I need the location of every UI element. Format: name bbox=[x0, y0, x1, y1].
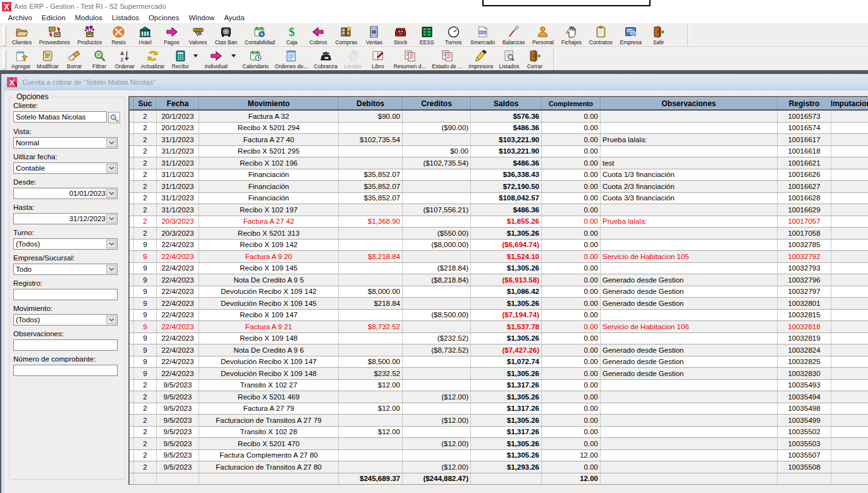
grid-row[interactable]: 29/5/2023Factura A 27 79$12.00$1,317.260… bbox=[130, 403, 868, 415]
toolbar-button-recibo[interactable]: Recibo bbox=[168, 48, 193, 71]
grid-row[interactable]: 922/4/2023Factura A 9 21$8,732.52$1,537.… bbox=[130, 321, 868, 333]
toolbar-button-contabilidad[interactable]: Contabilidad bbox=[241, 24, 279, 47]
grid-row[interactable]: 922/4/2023Devolución Recibo X 109 147$8,… bbox=[130, 356, 868, 368]
column-header-suc[interactable]: Suc bbox=[134, 97, 157, 109]
toolbar-button-ventas[interactable]: Ventas bbox=[361, 24, 388, 47]
grid-row[interactable]: 922/4/2023Recibo X 109 147($8,500.00)($7… bbox=[130, 310, 868, 322]
grid-row[interactable]: 922/4/2023Devolución Recibo X 109 145$21… bbox=[130, 298, 868, 310]
toolbar-button-valores[interactable]: Valores bbox=[185, 24, 211, 47]
toolbar-button-libro[interactable]: Libro bbox=[365, 48, 391, 71]
toolbar-button-ordenes[interactable]: Ordenes de... bbox=[272, 48, 311, 71]
grid-row[interactable]: 231/1/2023Financiación$35,852.07$108,042… bbox=[130, 193, 868, 205]
toolbar-button-agregar[interactable]: Agregar bbox=[8, 48, 34, 71]
grid-row[interactable]: 29/5/2023Transito X 102 27$12.00$1,317.2… bbox=[130, 380, 868, 392]
column-header-movimiento[interactable]: Movimiento bbox=[199, 97, 339, 109]
toolbar-button-cobranza[interactable]: Cobranza bbox=[311, 48, 341, 71]
toolbar-dropdown-recibo[interactable] bbox=[193, 48, 202, 71]
column-header-imputaciones[interactable]: Imputaciones bbox=[831, 97, 868, 109]
column-header-debitos[interactable]: Debitos bbox=[339, 97, 403, 109]
toolbar-button-productos[interactable]: Productos bbox=[73, 24, 105, 47]
grid-row[interactable]: 231/1/2023Factura A 27 40$102,735.54$103… bbox=[130, 134, 868, 146]
grid-row[interactable]: 231/1/2023Financiación$35,852.07$72,190.… bbox=[130, 181, 868, 193]
column-header-saldos[interactable]: Saldos bbox=[471, 97, 542, 109]
menu-ayuda[interactable]: Ayuda bbox=[219, 13, 249, 22]
empresa_sucursal-select[interactable]: Todo bbox=[13, 264, 118, 275]
toolbar-button-filtrar[interactable]: Filtrar bbox=[87, 48, 112, 71]
toolbar-button-ctas-ban[interactable]: Ctas Ban bbox=[211, 24, 241, 47]
grid-row[interactable]: 922/4/2023Recibo X 109 148($232.52)$1,30… bbox=[130, 333, 868, 345]
menu-listados[interactable]: Listados bbox=[107, 13, 144, 22]
vista-dropdown-button[interactable] bbox=[106, 138, 116, 147]
toolbar-gripper[interactable] bbox=[3, 49, 6, 70]
movimiento-select[interactable]: (Todos) bbox=[13, 314, 118, 326]
toolbar-button-balanzas[interactable]: Balanzas bbox=[499, 24, 529, 47]
hasta-dropdown-button[interactable] bbox=[106, 214, 116, 223]
empresa_sucursal-dropdown-button[interactable] bbox=[106, 265, 116, 274]
toolbar-dropdown-individual[interactable] bbox=[231, 48, 240, 71]
menu-window[interactable]: Window bbox=[184, 13, 219, 22]
toolbar-button-hotel[interactable]: Hotel bbox=[132, 24, 159, 47]
grid-row[interactable]: 231/1/2023Recibo X 102 196($102,735.54)$… bbox=[130, 157, 868, 169]
toolbar-gripper[interactable] bbox=[3, 25, 6, 46]
hasta-date-input[interactable]: 31/12/2023 bbox=[13, 213, 118, 224]
grid-row[interactable]: 922/4/2023Nota De Credito A 9 5($8,218.8… bbox=[130, 274, 868, 286]
column-header-observaciones[interactable]: Observaciones bbox=[601, 97, 778, 109]
toolbar-button-cerrar[interactable]: Cerrar bbox=[522, 48, 547, 71]
toolbar-button-caja[interactable]: $Caja bbox=[279, 24, 305, 47]
toolbar-button-impresora[interactable]: Impresora bbox=[465, 48, 496, 71]
column-header-registro[interactable]: Registro bbox=[778, 97, 831, 109]
grid-row[interactable]: 29/5/2023Facturacion de Transitos A 27 8… bbox=[130, 461, 868, 473]
toolbar-button-proveedores[interactable]: Proveedores bbox=[35, 24, 74, 47]
numero_comprobante-input[interactable] bbox=[13, 365, 118, 376]
toolbar-button-smercado[interactable]: 010Smercado bbox=[467, 24, 499, 47]
cliente-search-button[interactable] bbox=[108, 112, 120, 123]
grid-row[interactable]: 231/1/2023Recibo X 5201 295$0.00$103,221… bbox=[130, 146, 868, 158]
grid-row[interactable]: 29/5/2023Factura Complemento A 27 80$1,3… bbox=[130, 450, 868, 462]
toolbar-button-calendario[interactable]: Calendario bbox=[240, 48, 272, 71]
desde-dropdown-button[interactable] bbox=[106, 189, 116, 198]
grid-row[interactable]: 29/5/2023Recibo X 5201 469($12.00)$1,305… bbox=[130, 391, 868, 403]
grid-row[interactable]: 220/3/2023Factura A 27 42$1,368.90$1,855… bbox=[130, 216, 868, 228]
toolbar-button-clientes[interactable]: Clientes bbox=[8, 24, 35, 47]
grid-row[interactable]: 922/4/2023Devolución Recibo X 109 142$8,… bbox=[130, 286, 868, 298]
utilizar_fecha-dropdown-button[interactable] bbox=[106, 164, 116, 173]
grid-row[interactable]: 922/4/2023Recibo X 109 142($8,000.00)($6… bbox=[130, 240, 868, 252]
toolbar-button-compras[interactable]: Compras bbox=[331, 24, 361, 47]
grid-row[interactable]: 220/1/2023Factura A 32$90.00$576.360.001… bbox=[130, 111, 868, 123]
toolbar-button-salir[interactable]: Salir bbox=[645, 24, 672, 47]
grid-row[interactable]: 29/5/2023Recibo X 5201 470($12.00)$1,305… bbox=[130, 438, 868, 450]
toolbar-button-eess[interactable]: EESS bbox=[413, 24, 440, 47]
grid-row[interactable]: 922/4/2023Devolución Recibo X 109 148$23… bbox=[130, 368, 868, 380]
column-header-fecha[interactable]: Fecha bbox=[157, 97, 199, 109]
grid-row[interactable]: 922/4/2023Factura A 9 20$8,218.84$1,524.… bbox=[130, 251, 868, 263]
grid-row[interactable]: 29/5/2023Transito X 102 28$12.00$1,317.2… bbox=[130, 427, 868, 439]
toolbar-button-modificar[interactable]: Modificar bbox=[34, 48, 61, 71]
desde-date-input[interactable]: 01/01/2023 bbox=[13, 188, 118, 199]
turno-select[interactable]: (Todos) bbox=[13, 238, 118, 250]
column-header-creditos[interactable]: Creditos bbox=[403, 97, 471, 109]
vista-select[interactable]: Normal bbox=[13, 137, 118, 149]
toolbar-button-actualizar[interactable]: Actualizar bbox=[138, 48, 168, 71]
turno-dropdown-button[interactable] bbox=[106, 240, 116, 248]
toolbar-button-contratos[interactable]: Contratos bbox=[585, 24, 616, 47]
toolbar-button-ordenar[interactable]: azOrdenar bbox=[112, 48, 138, 71]
toolbar-button-estado[interactable]: Estado de ... bbox=[429, 48, 465, 71]
toolbar-button-pagos[interactable]: Pagos bbox=[158, 24, 185, 47]
observaciones-input[interactable] bbox=[13, 339, 118, 351]
cliente-input[interactable]: Sotelo Matias Nicolas bbox=[13, 111, 107, 123]
toolbar-button-stock[interactable]: Stock bbox=[388, 24, 414, 47]
movimiento-dropdown-button[interactable] bbox=[106, 315, 116, 324]
grid-row[interactable]: 231/1/2023Recibo X 102 197($107,556.21)$… bbox=[130, 204, 868, 216]
column-header-complemento[interactable]: Complemento bbox=[542, 97, 601, 109]
toolbar-button-cobros[interactable]: Cobros bbox=[305, 24, 331, 47]
menu-edicion[interactable]: Edicion bbox=[37, 13, 70, 22]
grid-row[interactable]: 231/1/2023Financiación$35,852.07$36,338.… bbox=[130, 169, 868, 181]
toolbar-button-turnos[interactable]: Turnos bbox=[440, 24, 467, 47]
menu-modulos[interactable]: Modulos bbox=[70, 13, 107, 22]
grid-row[interactable]: 29/5/2023Facturacion de Transitos A 27 7… bbox=[130, 415, 868, 427]
utilizar_fecha-select[interactable]: Contable bbox=[13, 162, 118, 174]
toolbar-button-resumen[interactable]: Resumen d... bbox=[391, 48, 429, 71]
grid-row[interactable]: 922/4/2023Nota De Credito A 9 6($8,732.5… bbox=[130, 344, 868, 356]
toolbar-button-individual[interactable]: Individual bbox=[202, 48, 231, 71]
grid-row[interactable]: 922/4/2023Recibo X 109 145($218.84)$1,30… bbox=[130, 263, 868, 275]
